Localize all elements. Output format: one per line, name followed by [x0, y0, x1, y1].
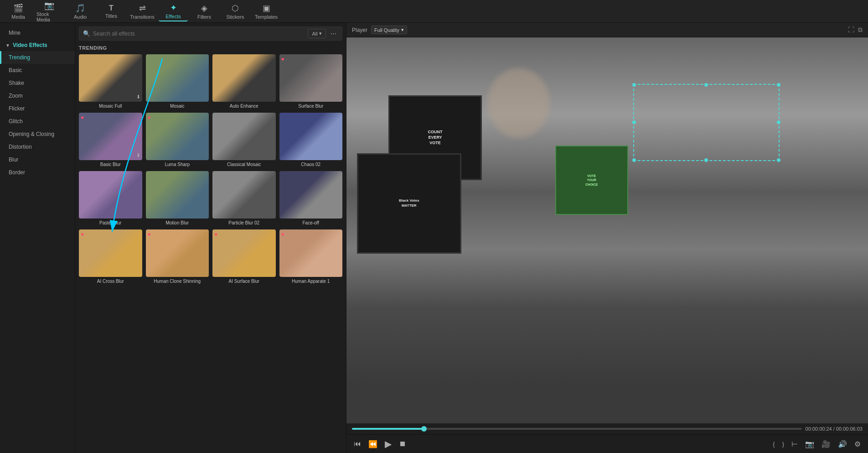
effect-particle-blur[interactable]: Particle Blur 02	[212, 171, 276, 226]
play-button[interactable]: ▶	[383, 437, 393, 450]
toolbar-effects[interactable]: ✦ Effects	[159, 1, 188, 21]
effect-auto-enhance[interactable]: Auto Enhance	[212, 54, 276, 109]
sidebar-item-zoom[interactable]: Zoom	[0, 89, 75, 102]
effect-basic-blur[interactable]: ♥ ⬇ Basic Blur	[79, 113, 142, 167]
effect-motion-blur[interactable]: Motion Blur	[146, 171, 209, 226]
handle-tl[interactable]	[632, 83, 636, 87]
effect-pastel-blur[interactable]: Pastel Blur	[79, 171, 142, 226]
effect-name-human-clone: Human Clone Shinning	[154, 279, 201, 284]
stop-button[interactable]: ⏹	[397, 439, 408, 449]
effect-face-off[interactable]: Face-off	[279, 171, 343, 226]
toolbar-effects-label: Effects	[165, 14, 181, 19]
right-panel: Player Full Quality ▾ ⛶ ⧉ COUNTEVERYVOTE	[346, 23, 868, 453]
sidebar-item-distortion[interactable]: Distortion	[0, 141, 75, 153]
toolbar-transitions-label: Transitions	[130, 14, 154, 20]
more-button[interactable]: ···	[329, 30, 338, 38]
camera-icon-button[interactable]: 🎥	[820, 439, 832, 449]
sidebar-item-glitch[interactable]: Glitch	[0, 115, 75, 128]
effects-icon: ✦	[170, 3, 177, 13]
effect-thumb-ai-cross: ♥	[79, 229, 142, 277]
filter-button[interactable]: All ▾	[308, 29, 326, 38]
toolbar-media[interactable]: 🎬 Media	[4, 1, 33, 21]
effect-mosaic-full[interactable]: ⬇ Mosaic Full	[79, 54, 142, 109]
effect-surface-blur[interactable]: ♥ Surface Blur	[279, 54, 343, 109]
player-header: Player Full Quality ▾ ⛶ ⧉	[346, 23, 868, 37]
trim-button[interactable]: ⊢	[790, 439, 800, 449]
effects-area: Mine ▼ Video Effects Trending Basic Shak…	[0, 23, 346, 453]
handle-br[interactable]	[777, 158, 780, 162]
effect-thumb-classical-mosaic	[212, 113, 276, 160]
fullscreen-icon[interactable]: ⛶	[848, 26, 854, 34]
search-input[interactable]	[93, 31, 305, 37]
progress-thumb[interactable]	[421, 426, 427, 432]
effect-name-motion-blur: Motion Blur	[165, 220, 189, 226]
toolbar-filters[interactable]: ◈ Filters	[190, 1, 219, 21]
effect-human-clone[interactable]: ♥ Human Clone Shinning	[146, 229, 209, 284]
settings-button[interactable]: ⚙	[852, 439, 863, 449]
effect-thumb-luma-sharp: ♥	[146, 113, 209, 160]
snapshot-button[interactable]: 📷	[803, 439, 816, 449]
handle-bl[interactable]	[632, 158, 636, 162]
toolbar-stock[interactable]: 📷 Stock Media	[35, 1, 64, 21]
effect-classical-mosaic[interactable]: Classical Mosaic	[212, 113, 276, 167]
mark-in-button[interactable]: {	[771, 440, 776, 448]
effect-thumb-surface-blur: ♥	[279, 54, 343, 102]
mark-out-button[interactable]: }	[780, 440, 786, 448]
effect-thumb-human-apparate: ♥	[279, 229, 343, 277]
effect-name-chaos: Chaos 02	[301, 162, 320, 167]
effect-ai-surface-blur[interactable]: ♥ AI Surface Blur	[212, 229, 276, 284]
handle-ml[interactable]	[632, 120, 636, 124]
sidebar-item-mine[interactable]: Mine	[0, 26, 75, 39]
toolbar-audio[interactable]: 🎵 Audio	[66, 1, 95, 21]
handle-tr[interactable]	[777, 83, 780, 87]
toolbar-titles[interactable]: T Titles	[97, 1, 126, 21]
stickers-icon: ⬡	[232, 3, 239, 13]
total-time: 00:00:06:03	[836, 426, 863, 432]
effect-name-particle-blur: Particle Blur 02	[228, 220, 259, 226]
effect-name-human-apparate: Human Apparate 1	[292, 279, 330, 284]
effect-thumb-basic-blur: ♥ ⬇	[79, 113, 142, 160]
toolbar-stock-label: Stock Media	[36, 11, 62, 22]
toolbar-transitions[interactable]: ⇌ Transitions	[128, 1, 157, 21]
sidebar-item-border[interactable]: Border	[0, 166, 75, 179]
effect-luma-sharp[interactable]: ♥ Luma Sharp	[146, 113, 209, 167]
player-progress: 00:00:00:24 / 00:00:06:03	[346, 423, 868, 434]
effect-name-basic-blur: Basic Blur	[100, 162, 121, 167]
progress-bar[interactable]	[352, 428, 802, 430]
player-controls: ⏮ ⏪ ▶ ⏹ { } ⊢ 📷 🎥 🔊 ⚙	[346, 434, 868, 453]
effects-grid: ⬇ Mosaic Full Mosaic Auto Enhance	[79, 54, 342, 284]
sidebar-item-shake[interactable]: Shake	[0, 77, 75, 89]
toolbar-templates[interactable]: ▣ Templates	[252, 1, 281, 21]
sidebar-item-basic[interactable]: Basic	[0, 64, 75, 77]
toolbar-audio-label: Audio	[74, 14, 87, 20]
time-display: 00:00:00:24 / 00:00:06:03	[806, 426, 863, 432]
player-top-icons: ⛶ ⧉	[848, 26, 863, 34]
top-toolbar: 🎬 Media 📷 Stock Media 🎵 Audio T Titles ⇌…	[0, 0, 868, 23]
effect-ai-cross-blur[interactable]: ♥ AI Cross Blur	[79, 229, 142, 284]
handle-tc[interactable]	[704, 83, 708, 87]
volume-button[interactable]: 🔊	[836, 439, 849, 449]
pip-icon[interactable]: ⧉	[858, 26, 863, 34]
prev-frame-button[interactable]: ⏮	[352, 439, 363, 449]
effect-human-apparate[interactable]: ♥ Human Apparate 1	[279, 229, 343, 284]
handle-mr[interactable]	[777, 120, 780, 124]
effect-name-auto-enhance: Auto Enhance	[230, 104, 258, 109]
filters-icon: ◈	[201, 3, 207, 13]
effect-chaos-02[interactable]: Chaos 02	[279, 113, 343, 167]
sidebar-item-opening[interactable]: Opening & Closing	[0, 128, 75, 141]
handle-bc[interactable]	[704, 158, 708, 162]
effect-thumb-ai-surface: ♥	[212, 229, 276, 277]
sidebar-item-flicker[interactable]: Flicker	[0, 102, 75, 115]
toolbar-stickers[interactable]: ⬡ Stickers	[221, 1, 250, 21]
step-back-button[interactable]: ⏪	[367, 439, 379, 449]
chevron-down-icon: ▾	[401, 27, 404, 33]
effect-thumb-auto-enhance	[212, 54, 276, 102]
sidebar-item-trending[interactable]: Trending	[0, 51, 75, 64]
titles-icon: T	[109, 4, 114, 12]
sidebar-item-blur[interactable]: Blur	[0, 153, 75, 166]
effect-mosaic[interactable]: Mosaic	[146, 54, 209, 109]
download-icon: ⬇	[136, 94, 140, 100]
sidebar-video-effects-header[interactable]: ▼ Video Effects	[0, 39, 75, 51]
effect-thumb-motion-blur	[146, 171, 209, 219]
quality-select[interactable]: Full Quality ▾	[371, 26, 407, 34]
